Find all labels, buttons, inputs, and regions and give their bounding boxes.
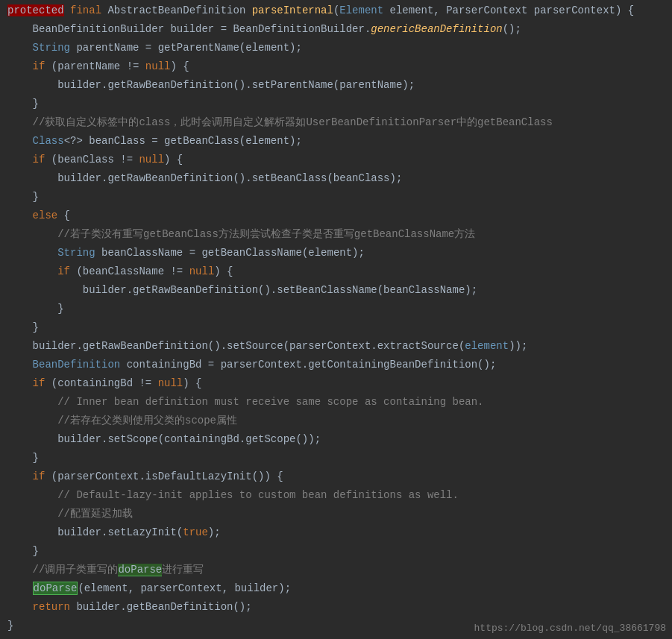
code-line-13: //若子类没有重写getBeanClass方法则尝试检查子类是否重写getBea… (0, 225, 672, 244)
code-line-25: } (0, 449, 672, 468)
code-line-31: //调用子类重写的doParse进行重写 (0, 561, 672, 579)
code-line-10: builder.getRawBeanDefinition().setBeanCl… (0, 169, 672, 188)
code-line-33: return builder.getBeanDefinition(); (0, 598, 672, 617)
protected-keyword: protected (7, 4, 64, 16)
code-line-24: builder.setScope(containingBd.getScope()… (0, 430, 672, 449)
code-line-5: builder.getRawBeanDefinition().setParent… (0, 76, 672, 95)
code-line-21: if (containingBd != null) { (0, 374, 672, 393)
code-line-1: protected final AbstractBeanDefinition p… (0, 1, 672, 20)
code-line-29: builder.setLazyInit(true); (0, 523, 672, 542)
code-line-4: if (parentName != null) { (0, 57, 672, 76)
code-line-6: } (0, 95, 672, 113)
code-line-23: //若存在父类则使用父类的scope属性 (0, 412, 672, 430)
code-line-32: doParse(element, parserContext, builder)… (0, 579, 672, 598)
code-line-3: String parentName = getParentName(elemen… (0, 39, 672, 57)
code-line-27: // Default-lazy-init applies to custom b… (0, 486, 672, 505)
code-line-11: } (0, 188, 672, 207)
code-line-28: //配置延迟加载 (0, 505, 672, 523)
code-line-8: Class<?> beanClass = getBeanClass(elemen… (0, 132, 672, 151)
code-line-26: if (parserContext.isDefaultLazyInit()) { (0, 468, 672, 486)
code-line-17: } (0, 300, 672, 318)
code-line-12: else { (0, 207, 672, 225)
url-bar: https://blog.csdn.net/qq_38661798 (468, 618, 672, 639)
code-line-2: BeanDefinitionBuilder builder = BeanDefi… (0, 20, 672, 39)
code-line-22: // Inner bean definition must receive sa… (0, 393, 672, 412)
code-line-19: builder.getRawBeanDefinition().setSource… (0, 337, 672, 356)
code-line-15: if (beanClassName != null) { (0, 262, 672, 281)
code-line-7: //获取自定义标签中的class，此时会调用自定义解析器如UserBeanDef… (0, 113, 672, 132)
code-line-16: builder.getRawBeanDefinition().setBeanCl… (0, 281, 672, 300)
code-editor: protected final AbstractBeanDefinition p… (0, 0, 672, 639)
code-line-30: } (0, 542, 672, 561)
code-line-18: } (0, 318, 672, 337)
code-line-20: BeanDefinition containingBd = parserCont… (0, 356, 672, 374)
code-line-9: if (beanClass != null) { (0, 151, 672, 169)
code-line-14: String beanClassName = getBeanClassName(… (0, 244, 672, 262)
